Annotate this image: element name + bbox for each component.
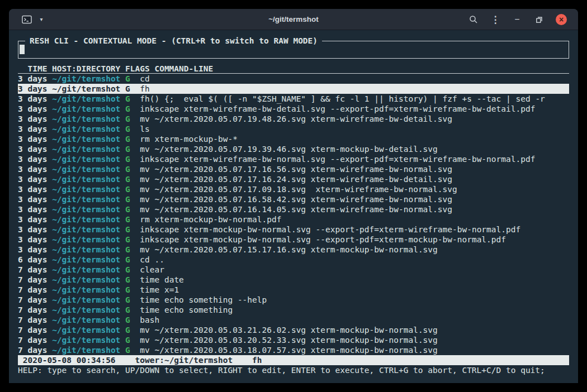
row-flags: G bbox=[125, 104, 130, 113]
row-host-directory: ~/git/termshot bbox=[52, 114, 120, 123]
history-row[interactable]: 3 days ~/git/termshot G mv ~/xterm.2020.… bbox=[18, 164, 569, 174]
history-row[interactable]: 3 days ~/git/termshot G mv ~/xterm.2020.… bbox=[18, 194, 569, 204]
history-row[interactable]: 7 days ~/git/termshot G mv ~/xterm.2020.… bbox=[18, 335, 569, 345]
history-row[interactable]: 3 days ~/git/termshot G rm xterm-mockup-… bbox=[18, 134, 569, 144]
history-row[interactable]: 3 days ~/git/termshot G mv ~/xterm.2020.… bbox=[18, 204, 569, 214]
row-time: 6 days bbox=[18, 255, 47, 264]
history-row[interactable]: 3 days ~/git/termshot G ls bbox=[18, 124, 569, 134]
terminal-content: RESH CLI - CONTEXTUAL MODE - (CTRL+R to … bbox=[9, 31, 578, 383]
history-row[interactable]: 3 days ~/git/termshot G inkscape xterm-w… bbox=[18, 154, 569, 164]
row-time: 3 days bbox=[18, 125, 47, 133]
history-row[interactable]: 7 days ~/git/termshot G mv ~/xterm.2020.… bbox=[18, 345, 569, 355]
row-flags: G bbox=[125, 84, 130, 93]
row-flags: G bbox=[125, 165, 130, 174]
close-icon: × bbox=[559, 16, 564, 23]
row-host-directory: ~/git/termshot bbox=[52, 346, 120, 355]
row-command: mv ~/xterm.2020.05.07.17.16.56.svg xterm… bbox=[140, 165, 452, 174]
history-row[interactable]: 7 days ~/git/termshot G clear bbox=[18, 265, 569, 275]
row-time: 7 days bbox=[18, 265, 47, 274]
row-flags: G bbox=[125, 265, 130, 274]
search-box[interactable]: RESH CLI - CONTEXTUAL MODE - (CTRL+R to … bbox=[18, 41, 569, 59]
row-host-directory: ~/git/termshot bbox=[52, 255, 120, 264]
restore-button[interactable] bbox=[534, 13, 544, 26]
row-command: inkscape xterm-wireframe-bw-detail.svg -… bbox=[140, 104, 535, 113]
row-flags: G bbox=[125, 346, 130, 355]
menu-button[interactable]: ⋮ bbox=[490, 13, 500, 26]
history-row[interactable]: 3 days ~/git/termshot G mv ~/xterm.2020.… bbox=[18, 184, 569, 194]
row-host-directory: ~/git/termshot bbox=[52, 175, 120, 184]
row-command: time x=1 bbox=[140, 285, 179, 294]
row-command: mv ~/xterm.2020.05.07.19.39.46.svg xterm… bbox=[140, 145, 438, 154]
row-time: 3 days bbox=[18, 195, 47, 204]
history-row[interactable]: 3 days ~/git/termshot G mv ~/xterm.2020.… bbox=[18, 174, 569, 184]
row-flags: G bbox=[125, 275, 130, 284]
history-row[interactable]: 7 days ~/git/termshot G time echo someth… bbox=[18, 295, 569, 305]
row-host-directory: ~/git/termshot bbox=[52, 326, 120, 334]
history-row[interactable]: 3 days ~/git/termshot G fh() {; eval $( … bbox=[18, 94, 569, 104]
search-button[interactable] bbox=[468, 13, 479, 26]
history-row[interactable]: 7 days ~/git/termshot G bash bbox=[18, 315, 569, 325]
row-host-directory: ~/git/termshot bbox=[52, 94, 120, 103]
close-button[interactable]: × bbox=[556, 14, 567, 25]
row-command: mv ~/xterm.2020.05.07.17.09.18.svg xterm… bbox=[140, 185, 457, 194]
row-flags: G bbox=[125, 145, 130, 154]
row-host-directory: ~/git/termshot bbox=[52, 135, 120, 144]
chevron-down-icon: ▾ bbox=[40, 17, 42, 22]
row-flags: G bbox=[125, 235, 130, 244]
kebab-menu-icon: ⋮ bbox=[491, 15, 500, 25]
row-command: rm xterm-mockup-bw-normal.pdf bbox=[140, 215, 281, 224]
terminal-window: ~/git/termshot ▾ bbox=[9, 9, 578, 383]
row-time: 3 days bbox=[18, 235, 47, 244]
history-row[interactable]: 3 days ~/git/termshot G mv ~/xterm.2020.… bbox=[18, 144, 569, 154]
new-terminal-button[interactable] bbox=[21, 13, 32, 26]
row-host-directory: ~/git/termshot bbox=[52, 195, 120, 204]
row-flags: G bbox=[125, 215, 130, 224]
row-host-directory: ~/git/termshot bbox=[52, 245, 120, 254]
row-time: 7 days bbox=[18, 315, 47, 324]
row-host-directory: ~/git/termshot bbox=[52, 155, 120, 164]
history-row[interactable]: 7 days ~/git/termshot G time date bbox=[18, 275, 569, 285]
row-host-directory: ~/git/termshot bbox=[52, 336, 120, 345]
history-row[interactable]: 3 days ~/git/termshot G mv ~/xterm.2020.… bbox=[18, 114, 569, 124]
row-command: ls bbox=[140, 125, 149, 133]
history-row[interactable]: 7 days ~/git/termshot G time x=1 bbox=[18, 285, 569, 295]
row-time: 7 days bbox=[18, 295, 47, 304]
row-time: 7 days bbox=[18, 336, 47, 345]
row-command: inkscape xterm-wireframe-bw-normal.svg -… bbox=[140, 155, 535, 164]
row-time: 3 days bbox=[18, 74, 47, 83]
history-row[interactable]: 7 days ~/git/termshot G time echo someth… bbox=[18, 305, 569, 315]
row-time: 3 days bbox=[18, 145, 47, 154]
history-list: 3 days ~/git/termshot G cd3 days ~/git/t… bbox=[18, 74, 569, 355]
status-datetime: 2020-05-08 00:34:56 bbox=[23, 356, 116, 365]
history-row[interactable]: 6 days ~/git/termshot G cd .. bbox=[18, 255, 569, 265]
row-flags: G bbox=[125, 285, 130, 294]
row-command: mv ~/xterm.2020.05.03.20.52.33.svg xterm… bbox=[140, 336, 438, 345]
new-terminal-dropdown-button[interactable]: ▾ bbox=[36, 13, 46, 26]
row-command: mv ~/xterm.2020.05.07.16.58.42.svg xterm… bbox=[140, 195, 452, 204]
row-command: time echo something bbox=[140, 305, 233, 314]
row-flags: G bbox=[125, 135, 130, 144]
history-row[interactable]: 3 days ~/git/termshot G mv ~/xterm.2020.… bbox=[18, 245, 569, 255]
row-time: 7 days bbox=[18, 305, 47, 314]
row-flags: G bbox=[125, 114, 130, 123]
minimize-button[interactable]: − bbox=[512, 13, 522, 26]
row-time: 3 days bbox=[18, 215, 47, 224]
row-command: mv ~/xterm.2020.05.07.16.14.05.svg xterm… bbox=[140, 205, 452, 214]
row-flags: G bbox=[125, 175, 130, 184]
row-flags: G bbox=[125, 336, 130, 345]
row-command: cd bbox=[140, 74, 149, 83]
history-row[interactable]: 3 days ~/git/termshot G rm xterm-mockup-… bbox=[18, 214, 569, 224]
history-row[interactable]: 7 days ~/git/termshot G mv ~/xterm.2020.… bbox=[18, 325, 569, 335]
row-host-directory: ~/git/termshot bbox=[52, 145, 120, 154]
history-row[interactable]: 3 days ~/git/termshot G inkscape xterm-m… bbox=[18, 224, 569, 235]
history-row[interactable]: 3 days ~/git/termshot G fh bbox=[18, 84, 569, 94]
row-command: time echo something --help bbox=[140, 295, 267, 304]
row-time: 7 days bbox=[18, 275, 47, 284]
history-row[interactable]: 3 days ~/git/termshot G cd bbox=[18, 74, 569, 84]
row-host-directory: ~/git/termshot bbox=[52, 205, 120, 214]
history-row[interactable]: 3 days ~/git/termshot G inkscape xterm-w… bbox=[18, 104, 569, 114]
row-command: fh() {; eval $( ([ -n "$ZSH_NAME" ] && f… bbox=[140, 94, 545, 103]
row-host-directory: ~/git/termshot bbox=[52, 165, 120, 174]
history-row[interactable]: 3 days ~/git/termshot G inkscape xterm-m… bbox=[18, 235, 569, 245]
row-time: 7 days bbox=[18, 285, 47, 294]
